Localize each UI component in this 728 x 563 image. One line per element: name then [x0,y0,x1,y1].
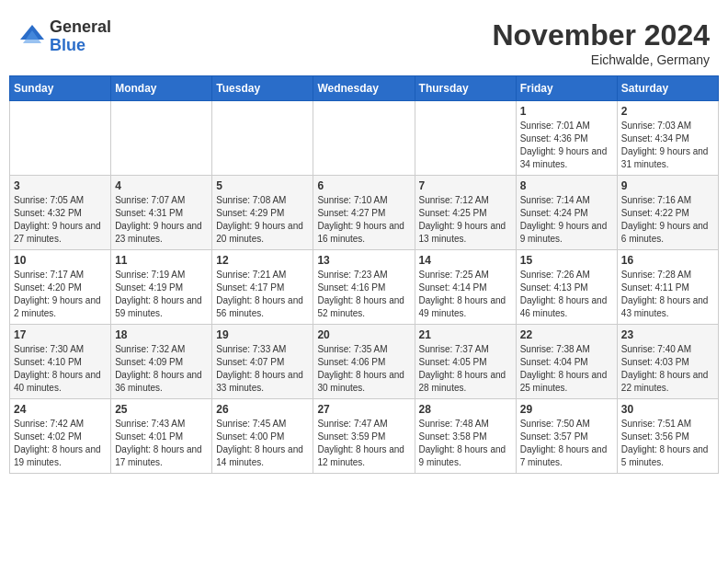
day-info: Sunrise: 7:01 AM Sunset: 4:36 PM Dayligh… [520,120,613,171]
day-info: Sunrise: 7:17 AM Sunset: 4:20 PM Dayligh… [14,269,107,320]
day-number: 18 [115,328,208,341]
calendar-cell: 20Sunrise: 7:35 AM Sunset: 4:06 PM Dayli… [313,325,415,399]
day-number: 9 [621,179,714,192]
calendar-header-row: SundayMondayTuesdayWednesdayThursdayFrid… [10,76,719,101]
day-info: Sunrise: 7:37 AM Sunset: 4:05 PM Dayligh… [419,343,512,395]
day-info: Sunrise: 7:47 AM Sunset: 3:59 PM Dayligh… [317,418,410,469]
day-info: Sunrise: 7:08 AM Sunset: 4:29 PM Dayligh… [216,194,309,246]
day-of-week-header: Friday [516,76,617,101]
day-number: 16 [621,254,714,267]
day-number: 12 [216,254,309,267]
day-info: Sunrise: 7:45 AM Sunset: 4:00 PM Dayligh… [216,418,309,469]
day-info: Sunrise: 7:19 AM Sunset: 4:19 PM Dayligh… [115,269,208,320]
day-info: Sunrise: 7:10 AM Sunset: 4:27 PM Dayligh… [317,194,410,246]
day-info: Sunrise: 7:07 AM Sunset: 4:31 PM Dayligh… [115,194,208,246]
day-number: 13 [317,254,410,267]
calendar-cell: 17Sunrise: 7:30 AM Sunset: 4:10 PM Dayli… [10,325,111,399]
calendar-cell: 26Sunrise: 7:45 AM Sunset: 4:00 PM Dayli… [212,399,313,474]
day-number: 14 [419,254,512,267]
day-number: 11 [115,254,208,267]
title-area: November 2024 Eichwalde, Germany [492,18,710,67]
calendar-cell: 3Sunrise: 7:05 AM Sunset: 4:32 PM Daylig… [10,176,111,250]
calendar-cell: 5Sunrise: 7:08 AM Sunset: 4:29 PM Daylig… [212,176,313,250]
calendar-cell [415,101,516,176]
day-number: 24 [14,403,107,416]
calendar-week-row: 1Sunrise: 7:01 AM Sunset: 4:36 PM Daylig… [10,101,719,176]
day-info: Sunrise: 7:51 AM Sunset: 3:56 PM Dayligh… [621,418,714,469]
calendar-cell [212,101,313,176]
month-title: November 2024 [492,18,710,52]
calendar-cell: 9Sunrise: 7:16 AM Sunset: 4:22 PM Daylig… [617,176,718,250]
day-info: Sunrise: 7:25 AM Sunset: 4:14 PM Dayligh… [419,269,512,320]
calendar-week-row: 17Sunrise: 7:30 AM Sunset: 4:10 PM Dayli… [10,325,719,399]
calendar-cell [10,101,111,176]
day-info: Sunrise: 7:38 AM Sunset: 4:04 PM Dayligh… [520,343,613,395]
day-of-week-header: Monday [111,76,212,101]
calendar-week-row: 24Sunrise: 7:42 AM Sunset: 4:02 PM Dayli… [10,399,719,474]
day-number: 21 [419,328,512,341]
calendar-cell: 12Sunrise: 7:21 AM Sunset: 4:17 PM Dayli… [212,250,313,325]
day-number: 10 [14,254,107,267]
calendar-week-row: 10Sunrise: 7:17 AM Sunset: 4:20 PM Dayli… [10,250,719,325]
day-info: Sunrise: 7:42 AM Sunset: 4:02 PM Dayligh… [14,418,107,469]
calendar-cell [111,101,212,176]
day-number: 30 [621,403,714,416]
day-number: 2 [621,105,714,118]
calendar-cell: 8Sunrise: 7:14 AM Sunset: 4:24 PM Daylig… [516,176,617,250]
day-number: 22 [520,328,613,341]
calendar-cell: 21Sunrise: 7:37 AM Sunset: 4:05 PM Dayli… [415,325,516,399]
day-number: 20 [317,328,410,341]
day-number: 5 [216,179,309,192]
day-info: Sunrise: 7:32 AM Sunset: 4:09 PM Dayligh… [115,343,208,395]
day-info: Sunrise: 7:28 AM Sunset: 4:11 PM Dayligh… [621,269,714,320]
calendar-cell: 30Sunrise: 7:51 AM Sunset: 3:56 PM Dayli… [617,399,718,474]
day-info: Sunrise: 7:21 AM Sunset: 4:17 PM Dayligh… [216,269,309,320]
day-number: 19 [216,328,309,341]
logo-general-label: General [50,18,111,37]
day-number: 23 [621,328,714,341]
day-info: Sunrise: 7:03 AM Sunset: 4:34 PM Dayligh… [621,120,714,171]
day-info: Sunrise: 7:40 AM Sunset: 4:03 PM Dayligh… [621,343,714,395]
day-number: 28 [419,403,512,416]
calendar-cell: 10Sunrise: 7:17 AM Sunset: 4:20 PM Dayli… [10,250,111,325]
day-number: 25 [115,403,208,416]
logo: General Blue [18,18,111,55]
calendar-cell: 29Sunrise: 7:50 AM Sunset: 3:57 PM Dayli… [516,399,617,474]
day-number: 26 [216,403,309,416]
logo-blue-label: Blue [50,37,111,55]
day-number: 27 [317,403,410,416]
calendar-cell: 15Sunrise: 7:26 AM Sunset: 4:13 PM Dayli… [516,250,617,325]
header: General Blue November 2024 Eichwalde, Ge… [9,9,719,72]
day-of-week-header: Saturday [617,76,718,101]
calendar-cell: 18Sunrise: 7:32 AM Sunset: 4:09 PM Dayli… [111,325,212,399]
day-number: 8 [520,179,613,192]
calendar-cell: 1Sunrise: 7:01 AM Sunset: 4:36 PM Daylig… [516,101,617,176]
calendar-cell: 19Sunrise: 7:33 AM Sunset: 4:07 PM Dayli… [212,325,313,399]
calendar-cell: 7Sunrise: 7:12 AM Sunset: 4:25 PM Daylig… [415,176,516,250]
calendar-cell: 14Sunrise: 7:25 AM Sunset: 4:14 PM Dayli… [415,250,516,325]
logo-text: General Blue [50,18,111,55]
calendar-cell: 28Sunrise: 7:48 AM Sunset: 3:58 PM Dayli… [415,399,516,474]
calendar-week-row: 3Sunrise: 7:05 AM Sunset: 4:32 PM Daylig… [10,176,719,250]
calendar-cell: 11Sunrise: 7:19 AM Sunset: 4:19 PM Dayli… [111,250,212,325]
calendar-cell: 13Sunrise: 7:23 AM Sunset: 4:16 PM Dayli… [313,250,415,325]
day-info: Sunrise: 7:16 AM Sunset: 4:22 PM Dayligh… [621,194,714,246]
calendar-cell: 2Sunrise: 7:03 AM Sunset: 4:34 PM Daylig… [617,101,718,176]
day-info: Sunrise: 7:50 AM Sunset: 3:57 PM Dayligh… [520,418,613,469]
calendar-cell: 16Sunrise: 7:28 AM Sunset: 4:11 PM Dayli… [617,250,718,325]
calendar-cell: 23Sunrise: 7:40 AM Sunset: 4:03 PM Dayli… [617,325,718,399]
day-number: 1 [520,105,613,118]
logo-icon [18,23,46,51]
calendar-table: SundayMondayTuesdayWednesdayThursdayFrid… [9,75,719,474]
day-info: Sunrise: 7:05 AM Sunset: 4:32 PM Dayligh… [14,194,107,246]
day-number: 6 [317,179,410,192]
calendar-cell: 25Sunrise: 7:43 AM Sunset: 4:01 PM Dayli… [111,399,212,474]
day-info: Sunrise: 7:26 AM Sunset: 4:13 PM Dayligh… [520,269,613,320]
day-number: 3 [14,179,107,192]
day-of-week-header: Thursday [415,76,516,101]
calendar-cell [313,101,415,176]
day-of-week-header: Sunday [10,76,111,101]
day-info: Sunrise: 7:30 AM Sunset: 4:10 PM Dayligh… [14,343,107,395]
day-number: 15 [520,254,613,267]
day-of-week-header: Wednesday [313,76,415,101]
